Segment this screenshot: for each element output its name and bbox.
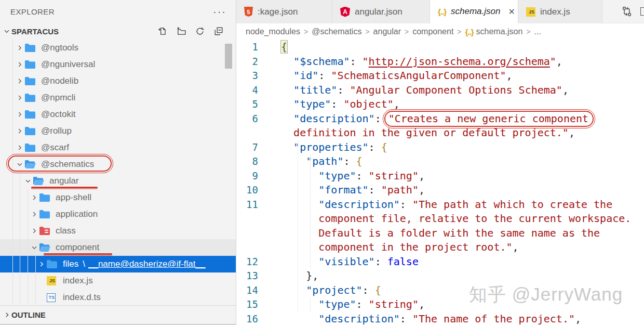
tree-item-template-name: __name@dasherize@if-flat__ (88, 259, 205, 269)
tree-item-label: @schematics (41, 159, 94, 170)
tree-item-@nguniversal[interactable]: @nguniversal (0, 56, 236, 73)
chevron-right-icon (31, 211, 38, 218)
folder-icon (25, 110, 35, 119)
js-icon: JS (526, 7, 535, 17)
tree-item-@schematics[interactable]: @schematics (0, 156, 236, 173)
ts-icon: TS (47, 293, 56, 302)
code-line-7: 7 "properties": { (236, 140, 644, 155)
tree-item-label: app-shell (56, 192, 91, 203)
breadcrumb-label: @schematics (312, 27, 361, 36)
code-line-14: 14 "project": { (236, 283, 644, 298)
chevron-right-icon (15, 94, 25, 101)
tree-item-class[interactable]: class (0, 223, 236, 239)
tree-item-@octokit[interactable]: @octokit (0, 106, 236, 123)
line-number: 10 (236, 183, 262, 198)
angular-icon: A (340, 7, 350, 17)
breadcrumb-item-angular[interactable]: angular (373, 27, 401, 36)
compare-changes-icon[interactable] (621, 5, 633, 18)
breadcrumb-label: ... (534, 27, 541, 36)
chevron-down-icon (2, 27, 11, 35)
json-icon: {..} (438, 7, 446, 16)
line-number: 13 (236, 269, 262, 283)
chevron-right-icon (15, 144, 25, 151)
folder-open-icon (33, 177, 44, 185)
code-line-wrap: component file, relative to the current … (236, 212, 644, 226)
collapse-all-button[interactable] (213, 25, 224, 37)
code-line-2: 2 "$schema": "http://json-schema.org/sch… (236, 55, 644, 69)
tab-bar: 5:kage.jsonAangular.json{..}schema.json✕… (236, 0, 644, 23)
chevron-right-icon (15, 77, 25, 85)
chevron-right-icon (29, 194, 39, 201)
tree-item-label: index.js (63, 276, 93, 286)
breadcrumb-item-node_modules[interactable]: node_modules (246, 27, 300, 36)
more-actions-icon[interactable]: ··· (213, 9, 226, 14)
tab-index.js[interactable]: JSindex.js (518, 0, 602, 23)
chevron-down-icon (31, 244, 38, 251)
line-number: 1 (236, 40, 262, 55)
tree-item-label: component (56, 242, 99, 253)
tree-item-component[interactable]: component (0, 239, 236, 256)
project-section-header[interactable]: SPARTACUS (0, 23, 236, 40)
tree-item-angular[interactable]: angular (0, 173, 236, 189)
breadcrumb-item-...[interactable]: ... (534, 27, 541, 36)
tree-item-index.js[interactable]: JSindex.js (0, 272, 236, 289)
chevron-down-icon (29, 244, 39, 251)
tree-item-@scarf[interactable]: @scarf (0, 139, 236, 156)
split-editor-icon[interactable] (640, 7, 644, 16)
folder-open-icon (25, 160, 36, 168)
new-file-button[interactable] (157, 25, 168, 37)
tab-kage.json[interactable]: 5:kage.json (236, 0, 332, 23)
chevron-right-icon (16, 94, 23, 101)
chevron-right-icon (29, 227, 39, 235)
editor-area: 5:kage.jsonAangular.json{..}schema.json✕… (236, 0, 644, 325)
breadcrumb-separator: > (405, 28, 409, 36)
breadcrumb-label: node_modules (246, 27, 300, 36)
outline-section-header[interactable]: OUTLINE (0, 305, 236, 323)
line-number: 3 (236, 69, 262, 83)
tree-item-@npmcli[interactable]: @npmcli (0, 89, 236, 106)
tree-item-label: @octokit (41, 109, 75, 120)
code-line-16: 16 "description": "The name of the proje… (236, 312, 644, 325)
tree-item-files[interactable]: files\__name@dasherize@if-flat__ (0, 256, 236, 272)
code-editor[interactable]: 1{2 "$schema": "http://json-schema.org/s… (236, 40, 644, 325)
tree-item-@nodelib[interactable]: @nodelib (0, 73, 236, 89)
breadcrumb-item-schema.json[interactable]: {..}schema.json (465, 27, 523, 36)
breadcrumb-item-@schematics[interactable]: @schematics (312, 27, 361, 36)
line-number: 14 (236, 283, 262, 298)
chevron-right-icon (16, 111, 23, 118)
folder-icon (39, 193, 50, 202)
chevron-right-icon (38, 261, 45, 268)
tree-item-@ngtools[interactable]: @ngtools (0, 40, 236, 56)
tree-item-application[interactable]: application (0, 206, 236, 223)
close-tab-icon[interactable]: ✕ (505, 7, 518, 17)
chevron-right-icon (15, 61, 25, 68)
tab-schema.json[interactable]: {..}schema.json✕ (430, 0, 518, 23)
line-number: 4 (236, 83, 262, 98)
chevron-down-icon (23, 177, 33, 185)
folder-icon (25, 77, 35, 85)
tab-angular.json[interactable]: Aangular.json (332, 0, 430, 23)
line-number: 6 (236, 112, 262, 126)
chevron-right-icon (16, 127, 23, 135)
code-line-8: 8 "path": { (236, 154, 644, 169)
tree-item-app-shell[interactable]: app-shell (0, 189, 236, 206)
tree-item-@rollup[interactable]: @rollup (0, 123, 236, 139)
chevron-right-icon (31, 227, 38, 235)
tree-item-label: application (56, 209, 98, 219)
code-line-1: 1{ (236, 40, 644, 55)
sidebar-scrollbar-thumb[interactable] (225, 44, 232, 69)
explorer-header: EXPLORER ··· (0, 0, 236, 23)
tree-item-index.d.ts[interactable]: TSindex.d.ts (0, 289, 236, 306)
tree-item-label: @npmcli (41, 93, 75, 103)
breadcrumb: node_modules>@schematics>angular>compone… (236, 23, 644, 40)
tree-item-label: class (56, 226, 76, 236)
refresh-button[interactable] (194, 25, 206, 37)
folder-icon (25, 44, 35, 52)
tree-item-label: @nodelib (41, 76, 78, 86)
breadcrumb-item-component[interactable]: component (412, 27, 453, 36)
tab-label: :kage.json (258, 7, 298, 17)
folder-icon (39, 210, 50, 218)
annotation-ring-description: "Creates a new generic component (384, 111, 594, 127)
new-folder-button[interactable] (176, 25, 187, 37)
json-icon: {..} (465, 28, 474, 36)
